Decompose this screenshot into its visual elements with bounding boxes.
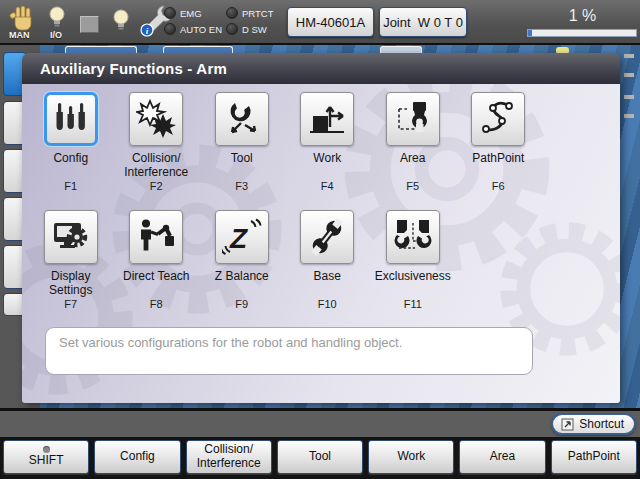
toolbar-button-shift[interactable]: SHIFT <box>3 440 89 474</box>
function-label: Display Settings <box>28 269 114 298</box>
function-label: Direct Teach <box>114 269 200 298</box>
status-lamp-emg: EMG <box>164 7 226 19</box>
dialog-body: ConfigF1Collision/ InterferenceF2ToolF3W… <box>22 84 620 403</box>
status-top-bar: MAN I/O i EMGPRTCTAUTO END SW <box>0 0 640 45</box>
shortcut-bar: Shortcut <box>0 411 640 437</box>
function-z-balance[interactable]: ZZ BalanceF9 <box>199 210 285 310</box>
shortcut-label: Shortcut <box>579 417 624 431</box>
toolbar-button-collision-interference[interactable]: Collision/ Interference <box>186 440 272 474</box>
function-label: Work <box>285 151 371 180</box>
speed-override-bar <box>527 29 637 37</box>
shortcut-arrow-icon <box>561 418 574 431</box>
function-key-label: F7 <box>28 298 114 310</box>
function-tool[interactable]: ToolF3 <box>199 92 285 192</box>
status-lamp-prtct: PRTCT <box>226 7 286 19</box>
function-label: Z Balance <box>199 269 285 298</box>
scene-tick-mark <box>624 114 634 118</box>
scene-tick-mark <box>624 73 634 77</box>
function-collision-interference[interactable]: Collision/ InterferenceF2 <box>114 92 200 192</box>
function-key-label: F8 <box>114 298 200 310</box>
area-icon <box>386 92 440 146</box>
work-axes-icon <box>300 92 354 146</box>
function-config[interactable]: ConfigF1 <box>28 92 114 192</box>
auxiliary-functions-dialog: Auxiliary Functions - Arm ConfigF1Collis… <box>22 53 620 403</box>
function-key-label: F11 <box>370 298 456 310</box>
speed-override-value: 1 % <box>527 7 638 25</box>
lamp-dot-icon <box>226 7 238 19</box>
io-label: I/O <box>50 30 62 40</box>
function-key-label: F6 <box>456 180 542 192</box>
function-key-toolbar: SHIFTConfigCollision/ InterferenceToolWo… <box>0 437 640 479</box>
teach-pendant-screen: MAN I/O i EMGPRTCTAUTO END SW <box>0 0 640 479</box>
function-key-label: F4 <box>285 180 371 192</box>
toolbar-button-pathpoint[interactable]: PathPoint <box>551 440 637 474</box>
lamp-label: D SW <box>242 24 267 35</box>
lamp-dot-icon <box>164 7 176 19</box>
toolbar-button-label: PathPoint <box>568 450 620 464</box>
toolbar-button-label: Collision/ Interference <box>197 443 261 471</box>
status-lamps: EMGPRTCTAUTO END SW <box>164 7 286 35</box>
lamp-label: AUTO EN <box>180 24 222 35</box>
toolbar-button-label: SHIFT <box>29 454 64 468</box>
function-label: Base <box>285 269 371 298</box>
lamp-label: EMG <box>180 8 202 19</box>
function-work[interactable]: WorkF4 <box>285 92 371 192</box>
function-base[interactable]: BaseF10 <box>285 210 371 310</box>
square-indicator-icon <box>80 16 99 33</box>
z-balance-icon: Z <box>215 210 269 264</box>
coordinate-system-button[interactable]: Joint W 0 T 0 <box>379 7 467 37</box>
function-label: Tool <box>199 151 285 180</box>
shift-lamp-icon <box>43 446 50 453</box>
function-label: Collision/ Interference <box>114 151 200 180</box>
function-key-label: F2 <box>114 180 200 192</box>
toolbar-button-label: Area <box>490 450 515 464</box>
direct-teach-icon <box>129 210 183 264</box>
dialog-title: Auxiliary Functions - Arm <box>22 53 620 84</box>
status-lamp-auto-en: AUTO EN <box>164 23 226 35</box>
toolbar-button-config[interactable]: Config <box>94 440 180 474</box>
toolbar-button-label: Work <box>397 450 425 464</box>
exclusiveness-icon <box>386 210 440 264</box>
config-icon <box>44 92 98 146</box>
function-key-label: F10 <box>285 298 371 310</box>
lamp-label: PRTCT <box>242 8 274 19</box>
function-pathpoint[interactable]: PathPointF6 <box>456 92 542 192</box>
function-label: Exclusiveness <box>370 269 456 298</box>
function-area[interactable]: AreaF5 <box>370 92 456 192</box>
status-lamp-d-sw: D SW <box>226 23 286 35</box>
svg-text:Z: Z <box>229 223 248 254</box>
function-exclusiveness[interactable]: ExclusivenessF11 <box>370 210 456 310</box>
function-direct-teach[interactable]: Direct TeachF8 <box>114 210 200 310</box>
function-description-box: Set various configurations for the robot… <box>45 327 533 375</box>
io-bulb-icon <box>48 6 66 33</box>
wrench-icon <box>300 210 354 264</box>
function-label: Area <box>370 151 456 180</box>
lamp-dot-icon <box>164 23 176 35</box>
lamp-dot-icon <box>226 23 238 35</box>
function-display-settings[interactable]: Display SettingsF7 <box>28 210 114 310</box>
toolbar-button-area[interactable]: Area <box>459 440 545 474</box>
speed-override-fill <box>528 30 532 36</box>
scene-tick-mark <box>624 95 634 99</box>
function-key-label: F1 <box>28 180 114 192</box>
toolbar-button-work[interactable]: Work <box>368 440 454 474</box>
function-key-label: F9 <box>199 298 285 310</box>
tool-gripper-icon <box>215 92 269 146</box>
path-point-icon <box>471 92 525 146</box>
scene-tick-mark <box>624 54 634 58</box>
display-settings-icon <box>44 210 98 264</box>
toolbar-button-tool[interactable]: Tool <box>277 440 363 474</box>
toolbar-button-label: Config <box>120 450 155 464</box>
robot-name-button[interactable]: HM-40601A <box>287 7 374 37</box>
bulb-icon <box>112 9 130 36</box>
shortcut-button[interactable]: Shortcut <box>551 413 636 435</box>
toolbar-button-label: Tool <box>309 450 331 464</box>
function-key-label: F3 <box>199 180 285 192</box>
function-label: Config <box>28 151 114 180</box>
function-key-label: F5 <box>370 180 456 192</box>
mode-label: MAN <box>9 30 30 40</box>
function-label: PathPoint <box>456 151 542 180</box>
collision-icon <box>129 92 183 146</box>
